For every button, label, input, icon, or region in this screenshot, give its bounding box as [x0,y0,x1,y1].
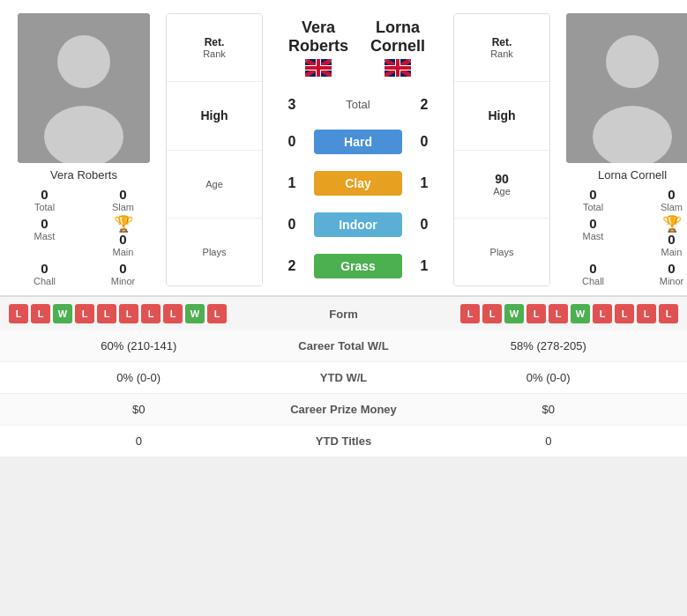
clay-score-left: 1 [270,175,314,191]
center-courts: Vera Roberts [270,13,446,286]
left-slam-value: 0 [119,187,126,202]
right-high-cell: High [454,82,549,150]
form-badge-l: L [482,304,502,323]
left-rank-cell: Ret. Rank [167,14,262,82]
right-chall-value: 0 [589,261,596,276]
grass-button[interactable]: Grass [314,254,402,278]
main-container: Vera Roberts 0 Total 0 Slam 0 Mast 🏆 0 [0,0,687,457]
indoor-score-left: 0 [270,217,314,233]
left-mast-box: 0 Mast [9,216,80,257]
form-badge-l: L [31,304,50,323]
form-badge-l: L [207,304,227,323]
stats-row: 0% (0-0)YTD W/L0% (0-0) [0,362,687,394]
grass-score-right: 1 [402,258,446,274]
form-badge-w: W [571,304,590,323]
hard-row: 0 Hard 0 [270,126,446,158]
right-mast-label: Mast [583,231,604,241]
clay-score-right: 1 [402,175,446,191]
left-main-label: Main [113,247,134,257]
form-badge-l: L [637,304,656,323]
player-left: Vera Roberts 0 Total 0 Slam 0 Mast 🏆 0 [9,13,159,286]
stats-row-label: Career Prize Money [265,403,423,416]
right-plays-label: Plays [490,247,514,257]
stats-row-right-value: 58% (278-205) [423,339,675,353]
total-label: Total [314,98,402,111]
clay-button[interactable]: Clay [314,171,402,196]
right-age-value: 90 [495,172,509,186]
hard-score-left: 0 [270,134,314,150]
form-badge-l: L [141,304,161,323]
left-avatar [18,13,150,163]
left-mast-value: 0 [41,216,48,231]
player-right: Lorna Cornell 0 Total 0 Slam 0 Mast 🏆 0 [557,13,687,286]
right-name-header: Lorna Cornell [358,19,437,56]
grass-row: 2 Grass 1 [270,250,446,282]
stats-row-left-value: 0 [13,434,265,448]
form-badge-l: L [659,304,678,323]
right-player-stats: 0 Total 0 Slam 0 Mast 🏆 0 Main 0 [557,187,687,286]
left-slam-label: Slam [112,202,134,212]
stats-row-label: Career Total W/L [265,339,423,353]
right-chall-box: 0 Chall [557,261,629,286]
grass-score-left: 2 [270,258,314,274]
right-chall-label: Chall [582,276,604,286]
stats-row-right-value: 0% (0-0) [423,371,675,384]
indoor-row: 0 Indoor 0 [270,209,446,241]
form-badge-l: L [549,304,568,323]
right-player-name: Lorna Cornell [598,168,667,182]
form-badge-l: L [526,304,546,323]
indoor-button[interactable]: Indoor [314,212,402,237]
stats-row-right-value: 0 [423,434,675,448]
right-total-label: Total [583,202,603,212]
right-rank-label: Rank [490,48,513,59]
right-slam-value: 0 [668,187,675,202]
right-mast-box: 0 Mast [557,216,629,257]
form-badge-w: W [504,304,524,323]
left-trophy-icon: 🏆 [114,216,133,232]
right-high-value: High [488,108,515,122]
left-minor-value: 0 [119,261,126,276]
left-player-stats: 0 Total 0 Slam 0 Mast 🏆 0 Main 0 [9,187,159,286]
form-badge-l: L [97,304,116,323]
career-stats-rows: 60% (210-141)Career Total W/L58% (278-20… [0,330,687,457]
left-flag [279,59,358,77]
left-age-label: Age [205,179,223,189]
left-rank-value: Ret. [205,36,225,48]
right-minor-label: Minor [660,276,684,286]
left-minor-label: Minor [111,276,136,286]
left-plays-cell: Plays [167,219,262,286]
players-section: Vera Roberts 0 Total 0 Slam 0 Mast 🏆 0 [0,0,687,296]
right-avatar [566,13,687,163]
hard-score-right: 0 [402,134,446,150]
left-total-box: 0 Total [9,187,80,212]
right-slam-label: Slam [661,202,683,212]
left-minor-box: 0 Minor [87,261,159,286]
svg-point-30 [606,35,659,88]
right-trophy-box: 🏆 0 Main [636,216,687,257]
right-minor-box: 0 Minor [636,261,687,286]
left-chall-label: Chall [34,276,56,286]
stats-row: 0YTD Titles0 [0,426,687,457]
stats-row-label: YTD Titles [265,434,423,448]
left-trophy-box: 🏆 0 Main [87,216,159,257]
stats-row: 60% (210-141)Career Total W/L58% (278-20… [0,330,687,362]
form-badge-w: W [185,304,205,323]
right-main-value: 0 [668,232,675,247]
total-score-left: 3 [270,97,314,113]
form-section: LLWLLLLLWL Form LLWLLWLLLL [0,296,687,330]
stats-row-left-value: 0% (0-0) [13,371,265,384]
right-slam-box: 0 Slam [636,187,687,212]
left-form-badges: LLWLLLLLWL [9,304,227,323]
svg-point-1 [57,35,110,88]
left-player-name: Vera Roberts [50,168,117,182]
total-row: 3 Total 2 [270,93,446,116]
hard-button[interactable]: Hard [314,130,402,154]
right-total-value: 0 [589,187,596,202]
form-badge-l: L [163,304,183,323]
right-main-label: Main [661,247,683,257]
left-chall-value: 0 [41,261,48,276]
stats-row-left-value: $0 [13,403,265,416]
left-mast-label: Mast [34,231,56,241]
svg-rect-28 [385,66,411,70]
right-total-box: 0 Total [557,187,629,212]
